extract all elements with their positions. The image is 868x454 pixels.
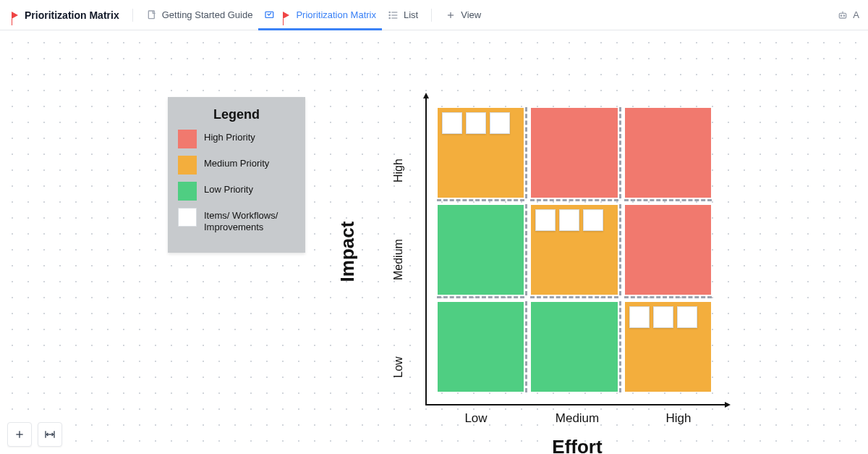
- y-axis-ticks: High Medium Low: [388, 107, 409, 391]
- x-tick-medium: Medium: [527, 408, 628, 426]
- whiteboard-icon: [264, 9, 276, 21]
- cell-impact-high-effort-low[interactable]: [434, 104, 527, 201]
- legend-label: Medium Priority: [204, 156, 269, 169]
- y-axis-title: Impact: [337, 117, 359, 385]
- legend-label: Low Priority: [204, 182, 253, 196]
- legend-card[interactable]: Legend High Priority Medium Priority Low…: [168, 97, 305, 253]
- item-card[interactable]: [583, 209, 603, 231]
- item-card[interactable]: [559, 209, 579, 231]
- item-card[interactable]: [629, 306, 650, 328]
- tab-label: Prioritization Matrix: [296, 9, 376, 20]
- add-view-label: View: [461, 9, 481, 20]
- y-axis-line: [425, 94, 427, 405]
- flag-icon: [9, 9, 20, 21]
- add-view-button[interactable]: View: [439, 0, 487, 30]
- plus-icon: [14, 429, 25, 440]
- whiteboard-canvas[interactable]: Legend High Priority Medium Priority Low…: [0, 30, 868, 454]
- swatch-item: [178, 208, 197, 227]
- item-card[interactable]: [442, 112, 462, 134]
- doc-icon: [146, 9, 158, 21]
- topbar-right: A: [837, 9, 859, 21]
- x-tick-high: High: [628, 408, 729, 426]
- cell-impact-low-effort-high[interactable]: [621, 298, 715, 395]
- vertical-divider: [431, 9, 432, 22]
- page-title: Prioritization Matrix: [25, 9, 119, 21]
- cell-fill: [531, 108, 617, 198]
- robot-icon[interactable]: [837, 9, 848, 21]
- tab-prioritization-matrix[interactable]: Prioritization Matrix: [258, 0, 382, 30]
- cell-fill: [438, 302, 524, 392]
- list-icon: [388, 9, 399, 21]
- x-tick-low: Low: [425, 408, 527, 426]
- cell-fill: [625, 108, 711, 198]
- item-cards: [535, 209, 603, 231]
- cell-impact-high-effort-medium[interactable]: [527, 104, 621, 201]
- item-card[interactable]: [535, 209, 556, 231]
- legend-entry-low: Low Priority: [178, 182, 295, 201]
- item-card[interactable]: [490, 112, 510, 134]
- fit-width-button[interactable]: [38, 422, 62, 447]
- swatch-high-priority: [178, 130, 197, 148]
- legend-entry-medium: Medium Priority: [178, 156, 295, 175]
- page-title-group: Prioritization Matrix: [9, 9, 125, 21]
- svg-point-6: [389, 14, 390, 15]
- prioritization-matrix[interactable]: Impact High Medium Low: [337, 81, 742, 454]
- cell-impact-low-effort-medium[interactable]: [527, 298, 621, 395]
- item-cards: [629, 306, 697, 328]
- add-button[interactable]: [7, 422, 32, 447]
- legend-title: Legend: [178, 107, 295, 122]
- y-tick-low: Low: [392, 356, 405, 378]
- canvas-toolbar: [7, 422, 62, 447]
- y-tick-high: High: [392, 161, 405, 182]
- topbar-right-label: A: [853, 9, 859, 20]
- svg-point-7: [389, 17, 390, 18]
- tab-getting-started[interactable]: Getting Started Guide: [140, 0, 259, 30]
- svg-rect-0: [148, 11, 154, 19]
- item-card[interactable]: [466, 112, 486, 134]
- matrix-grid: [434, 104, 715, 395]
- legend-entry-high: High Priority: [178, 130, 295, 148]
- cell-fill: [625, 205, 711, 295]
- x-axis-ticks: Low Medium High: [425, 408, 729, 426]
- svg-point-5: [389, 12, 390, 12]
- svg-point-12: [844, 15, 845, 16]
- cell-impact-medium-effort-high[interactable]: [621, 201, 715, 298]
- matrix-chart-area: [425, 94, 729, 405]
- swatch-low-priority: [178, 182, 197, 201]
- cell-impact-medium-effort-medium[interactable]: [527, 201, 621, 298]
- cell-impact-low-effort-low[interactable]: [434, 298, 527, 395]
- y-tick-medium: Medium: [392, 258, 405, 280]
- plus-icon: [445, 9, 456, 21]
- x-axis-line: [425, 404, 729, 405]
- tab-label: List: [404, 9, 418, 20]
- flag-icon: [280, 9, 292, 21]
- legend-label: Items/ Workflows/ Improvements: [204, 208, 295, 234]
- vertical-divider: [132, 9, 133, 22]
- item-card[interactable]: [677, 306, 697, 328]
- fit-width-icon: [44, 429, 56, 440]
- legend-entry-items: Items/ Workflows/ Improvements: [178, 208, 295, 234]
- x-axis-title: Effort: [425, 436, 729, 454]
- tab-list[interactable]: List: [382, 0, 424, 30]
- legend-label: High Priority: [204, 130, 255, 143]
- item-card[interactable]: [653, 306, 673, 328]
- cell-impact-medium-effort-low[interactable]: [434, 201, 527, 298]
- svg-point-11: [841, 15, 842, 16]
- item-cards: [442, 112, 510, 134]
- cell-fill: [438, 205, 524, 295]
- top-tab-bar: Prioritization Matrix Getting Started Gu…: [0, 0, 868, 30]
- cell-impact-high-effort-high[interactable]: [621, 104, 715, 201]
- swatch-medium-priority: [178, 156, 197, 175]
- cell-fill: [531, 302, 617, 392]
- tab-label: Getting Started Guide: [162, 9, 253, 20]
